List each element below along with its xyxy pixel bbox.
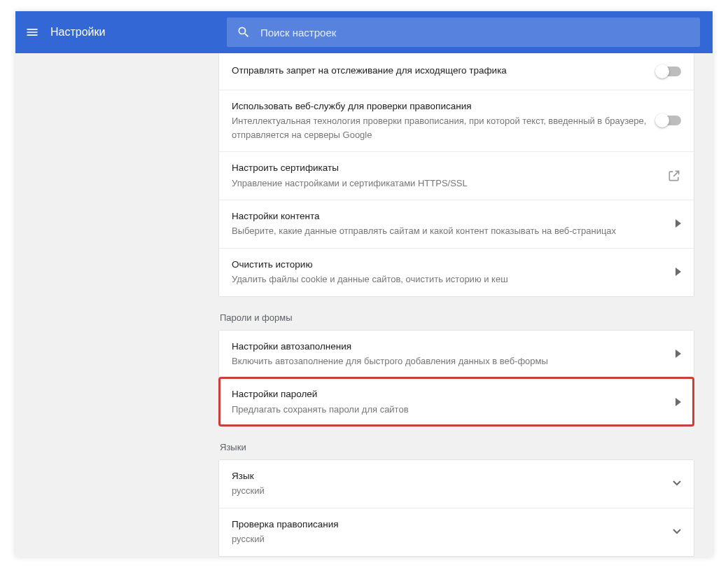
toggle[interactable]	[657, 67, 681, 76]
section-title-languages: Языки	[218, 427, 694, 459]
chevron-down-icon	[673, 529, 681, 534]
chevron-right-icon	[676, 349, 681, 358]
row-title: Проверка правописания	[232, 518, 663, 532]
header: Настройки	[15, 11, 713, 53]
row-subtitle: русский	[232, 484, 663, 498]
row-subtitle: Удалить файлы cookie и данные сайтов, оч…	[232, 272, 666, 286]
toggle[interactable]	[657, 116, 681, 125]
row-autofill-settings[interactable]: Настройки автозаполнения Включить автоза…	[219, 331, 694, 378]
row-spellcheck-web[interactable]: Использовать веб-службу для проверки пра…	[219, 90, 694, 151]
row-title: Настроить сертификаты	[232, 161, 657, 175]
page-title: Настройки	[50, 26, 217, 39]
row-subtitle: Интеллектуальная технология проверки пра…	[232, 114, 648, 141]
row-title: Отправлять запрет на отслеживание для ис…	[232, 64, 648, 78]
row-do-not-track[interactable]: Отправлять запрет на отслеживание для ис…	[219, 53, 694, 90]
row-title: Настройки контента	[232, 209, 666, 223]
row-title: Настройки паролей	[232, 387, 666, 401]
search-icon	[237, 25, 251, 39]
row-clear-history[interactable]: Очистить историю Удалить файлы cookie и …	[219, 248, 694, 296]
row-spellcheck[interactable]: Проверка правописания русский	[219, 508, 694, 556]
row-certificates[interactable]: Настроить сертификаты Управление настрой…	[219, 151, 694, 200]
row-subtitle: Включить автозаполнение для быстрого доб…	[232, 354, 666, 368]
row-content-settings[interactable]: Настройки контента Выберите, какие данны…	[219, 200, 694, 248]
row-title: Настройки автозаполнения	[232, 340, 666, 354]
row-subtitle: русский	[232, 532, 663, 546]
row-language[interactable]: Язык русский	[219, 460, 694, 508]
languages-card: Язык русский Проверка правописания русск…	[218, 459, 694, 557]
row-title: Использовать веб-службу для проверки пра…	[232, 99, 648, 113]
chevron-down-icon	[673, 480, 681, 486]
row-title: Язык	[232, 469, 663, 483]
chevron-right-icon	[676, 268, 681, 276]
chevron-right-icon	[676, 398, 681, 406]
content-area: Отправлять запрет на отслеживание для ис…	[15, 53, 713, 557]
row-password-settings[interactable]: Настройки паролей Предлагать сохранять п…	[219, 377, 694, 426]
search-bar[interactable]	[227, 18, 700, 47]
row-subtitle: Управление настройками и сертификатами H…	[232, 176, 657, 191]
row-subtitle: Выберите, какие данные отправлять сайтам…	[232, 224, 666, 238]
row-subtitle: Предлагать сохранять пароли для сайтов	[232, 403, 666, 417]
passwords-card: Настройки автозаполнения Включить автоза…	[218, 330, 694, 427]
row-title: Очистить историю	[232, 258, 666, 272]
settings-window: Настройки Отправлять запрет на отслежива…	[15, 11, 713, 557]
menu-icon[interactable]	[24, 24, 41, 41]
external-link-icon	[667, 169, 681, 183]
section-title-passwords: Пароли и формы	[218, 297, 694, 330]
chevron-right-icon	[676, 219, 681, 228]
search-input[interactable]	[260, 27, 690, 39]
privacy-card: Отправлять запрет на отслеживание для ис…	[218, 53, 694, 297]
